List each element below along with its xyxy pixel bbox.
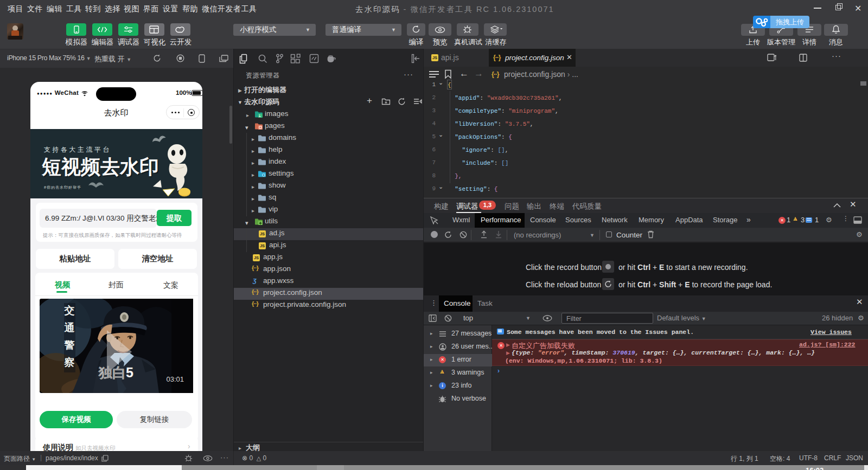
- svg-text:交: 交: [64, 305, 75, 316]
- svg-text:通: 通: [64, 322, 75, 333]
- svg-text:察: 察: [64, 357, 75, 368]
- svg-text:独白5: 独白5: [98, 365, 133, 380]
- svg-text:警: 警: [64, 339, 75, 351]
- svg-text:03:01: 03:01: [166, 375, 184, 383]
